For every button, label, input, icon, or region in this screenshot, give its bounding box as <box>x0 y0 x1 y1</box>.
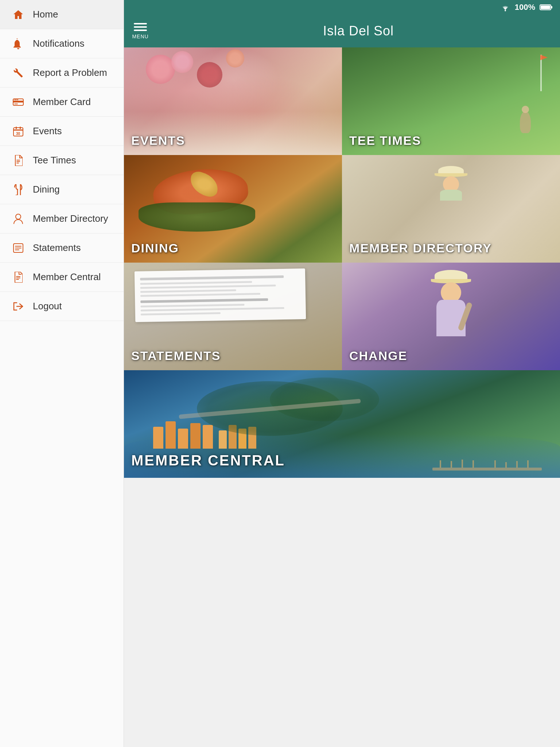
tile-change[interactable]: CHANGE <box>342 263 560 370</box>
tile-member-directory[interactable]: MEMBER DIRECTORY <box>342 155 560 263</box>
battery-percentage: 100% <box>515 3 535 12</box>
sidebar-item-notifications-label: Notifications <box>33 38 85 49</box>
sidebar-item-home[interactable]: Home <box>0 0 124 29</box>
svg-point-0 <box>505 10 506 11</box>
svg-text:30: 30 <box>16 132 20 136</box>
svg-rect-3 <box>551 6 552 8</box>
menu-button[interactable]: MENU <box>124 23 157 39</box>
svg-rect-6 <box>14 104 18 104</box>
sidebar-item-tee-times[interactable]: Tee Times <box>0 146 124 175</box>
wifi-icon <box>500 3 510 11</box>
svg-rect-13 <box>13 129 23 131</box>
person-icon <box>11 213 26 224</box>
tile-member-central-label: MEMBER CENTRAL <box>131 452 285 469</box>
tile-member-directory-label: MEMBER DIRECTORY <box>349 241 492 255</box>
fork-knife-icon <box>11 184 26 195</box>
tile-dining-label: DINING <box>131 241 179 255</box>
svg-rect-23 <box>15 248 22 248</box>
main-content: EVENTS TEE TIMES DINING <box>124 47 560 747</box>
sidebar-item-home-label: Home <box>33 9 58 20</box>
svg-rect-25 <box>16 276 20 277</box>
tile-statements-label: STATEMENTS <box>131 349 221 363</box>
home-icon <box>11 9 26 20</box>
sidebar-item-member-directory-label: Member Directory <box>33 213 108 224</box>
svg-rect-17 <box>16 160 20 160</box>
app-header: MENU Isla Del Sol <box>124 15 560 47</box>
svg-rect-7 <box>14 99 15 100</box>
svg-rect-18 <box>16 161 20 162</box>
tile-tee-times[interactable]: TEE TIMES <box>342 47 560 155</box>
sidebar-item-logout[interactable]: Logout <box>0 292 124 321</box>
status-bar: 100% <box>124 0 560 15</box>
sidebar-item-member-card[interactable]: Member Card <box>0 88 124 117</box>
menu-label: MENU <box>132 34 148 39</box>
svg-rect-15 <box>20 127 21 129</box>
exit-icon <box>11 301 26 311</box>
tile-events-label: EVENTS <box>131 133 185 148</box>
svg-rect-2 <box>541 5 550 9</box>
document2-icon <box>11 272 26 283</box>
svg-point-20 <box>16 214 21 219</box>
sidebar-item-events[interactable]: 30 Events <box>0 117 124 146</box>
svg-rect-19 <box>16 163 19 163</box>
svg-rect-9 <box>16 99 16 100</box>
wrench-icon <box>11 68 26 78</box>
sidebar-item-tee-times-label: Tee Times <box>33 155 76 166</box>
sidebar-item-report-problem-label: Report a Problem <box>33 67 107 78</box>
sidebar-item-logout-label: Logout <box>33 301 62 312</box>
list-icon <box>11 243 26 253</box>
tile-dining[interactable]: DINING <box>124 155 342 263</box>
bell-icon <box>11 38 26 49</box>
sidebar-item-statements-label: Statements <box>33 242 81 253</box>
sidebar-item-member-directory[interactable]: Member Directory <box>0 204 124 233</box>
svg-rect-8 <box>15 99 16 100</box>
document-icon <box>11 155 26 166</box>
calendar-icon: 30 <box>11 126 26 136</box>
svg-rect-22 <box>15 246 22 247</box>
tile-events[interactable]: EVENTS <box>124 47 342 155</box>
tile-grid: EVENTS TEE TIMES DINING <box>124 47 560 478</box>
header-title: Isla Del Sol <box>157 23 560 39</box>
sidebar-item-events-label: Events <box>33 125 62 137</box>
sidebar-item-member-card-label: Member Card <box>33 96 91 108</box>
sidebar-item-statements[interactable]: Statements <box>0 233 124 263</box>
sidebar: Home Notifications Report a Problem <box>0 0 124 747</box>
sidebar-item-notifications[interactable]: Notifications <box>0 29 124 58</box>
tile-member-central[interactable]: MEMBER CENTRAL <box>124 370 560 478</box>
tile-change-label: CHANGE <box>349 349 407 363</box>
sidebar-item-report-problem[interactable]: Report a Problem <box>0 58 124 88</box>
sidebar-item-dining-label: Dining <box>33 184 60 195</box>
card-icon <box>11 98 26 107</box>
sidebar-item-dining[interactable]: Dining <box>0 175 124 204</box>
tile-tee-times-label: TEE TIMES <box>349 133 421 148</box>
svg-rect-10 <box>17 99 18 100</box>
svg-rect-24 <box>15 249 19 250</box>
svg-rect-26 <box>16 278 20 278</box>
svg-rect-5 <box>13 101 23 102</box>
sidebar-item-member-central[interactable]: Member Central <box>0 263 124 292</box>
svg-rect-11 <box>18 99 18 100</box>
battery-icon <box>540 4 553 11</box>
tile-statements[interactable]: STATEMENTS <box>124 263 342 370</box>
svg-rect-14 <box>16 127 17 129</box>
svg-rect-27 <box>16 279 19 280</box>
sidebar-item-member-central-label: Member Central <box>33 271 101 283</box>
